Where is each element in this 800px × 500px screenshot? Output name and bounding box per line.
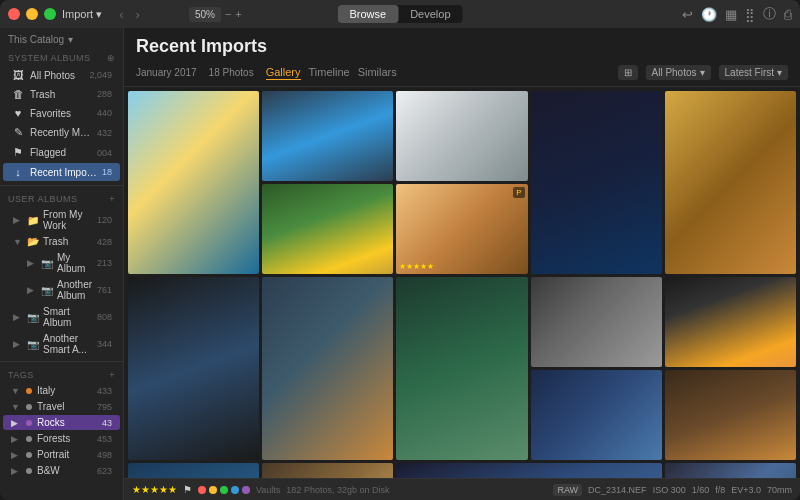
trash-icon: 🗑 — [11, 88, 25, 100]
photo-cell-4[interactable] — [531, 91, 662, 274]
sidebar-item-another-smart[interactable]: ▶ 📷 Another Smart A... 344 — [3, 331, 120, 357]
sidebar-item-trash[interactable]: 🗑 Trash 288 — [3, 85, 120, 103]
label-blue[interactable] — [231, 486, 239, 494]
sidebar-item-all-photos[interactable]: 🖼 All Photos 2,049 — [3, 66, 120, 84]
recent-imports-count: 18 — [102, 167, 112, 177]
my-album-icon: 📷 — [41, 258, 53, 269]
photo-cell-1[interactable] — [128, 91, 259, 274]
titlebar: Import ▾ ‹ › 50% − + Browse Develop ↩ 🕐 … — [0, 0, 800, 28]
view-mode-switcher: Browse Develop — [337, 5, 462, 23]
columns-icon[interactable]: ⣿ — [745, 7, 755, 22]
file-name: DC_2314.NEF — [588, 485, 647, 495]
header-controls: ⊞ All Photos ▾ Latest First ▾ — [618, 65, 789, 80]
photo-cell-11[interactable] — [531, 277, 662, 367]
photo-cell-14[interactable] — [128, 463, 259, 478]
sidebar-tag-bw[interactable]: ▶ B&W 623 — [3, 463, 120, 478]
my-album-count: 213 — [97, 258, 112, 268]
traffic-lights — [8, 8, 56, 20]
sidebar-tag-forests[interactable]: ▶ Forests 453 — [3, 431, 120, 446]
sidebar-item-my-album[interactable]: ▶ 📷 My Album 213 — [3, 250, 120, 276]
sidebar-tag-rocks[interactable]: ▶ Rocks 43 — [3, 415, 120, 430]
smart-album-count: 808 — [97, 312, 112, 322]
import-button[interactable]: Import ▾ — [62, 8, 102, 21]
meta-date: January 2017 — [136, 67, 197, 78]
sidebar-tag-italy[interactable]: ▼ Italy 433 — [3, 383, 120, 398]
photo-cell-7[interactable]: ★★★★★ P — [396, 184, 527, 274]
sidebar-item-from-my-work[interactable]: ▶ 📁 From My Work 120 — [3, 207, 120, 233]
color-labels — [198, 486, 250, 494]
sidebar-tag-portrait[interactable]: ▶ Portrait 498 — [3, 447, 120, 462]
all-photos-icon: 🖼 — [11, 69, 25, 81]
forward-button[interactable]: › — [133, 7, 143, 22]
sidebar-item-flagged[interactable]: ⚑ Flagged 004 — [3, 143, 120, 162]
forests-tag-dot — [26, 436, 32, 442]
catalog-selector[interactable]: This Catalog ▾ — [0, 28, 123, 49]
label-red[interactable] — [198, 486, 206, 494]
portrait-tag-label: Portrait — [37, 449, 92, 460]
favorites-icon: ♥ — [11, 107, 25, 119]
italy-tag-label: Italy — [37, 385, 92, 396]
tab-develop[interactable]: Develop — [398, 5, 462, 23]
rocks-tag-count: 43 — [102, 418, 112, 428]
back-button[interactable]: ‹ — [116, 7, 126, 22]
my-album-arrow: ▶ — [27, 258, 37, 268]
photo-cell-12[interactable] — [665, 277, 796, 367]
add-album-icon[interactable]: ⊕ — [107, 53, 116, 63]
forests-tag-count: 453 — [97, 434, 112, 444]
another-smart-label: Another Smart A... — [43, 333, 93, 355]
flag-icon[interactable]: ⚑ — [183, 484, 192, 495]
shutter-speed: 1/60 — [692, 485, 710, 495]
photo-cell-15[interactable] — [262, 463, 393, 478]
label-yellow[interactable] — [209, 486, 217, 494]
sidebar-tag-travel[interactable]: ▼ Travel 795 — [3, 399, 120, 414]
add-user-album-icon[interactable]: + — [109, 194, 115, 204]
photo-cell-9[interactable] — [262, 277, 393, 460]
zoom-plus-button[interactable]: + — [235, 8, 241, 20]
tab-timeline[interactable]: Timeline — [309, 66, 350, 80]
close-button[interactable] — [8, 8, 20, 20]
tab-gallery[interactable]: Gallery — [266, 66, 301, 80]
photo-cell-5[interactable] — [665, 91, 796, 274]
sidebar-item-recent-imports[interactable]: ↓ Recent Imports 18 — [3, 163, 120, 181]
tab-similars[interactable]: Similars — [358, 66, 397, 80]
italy-tag-dot — [26, 388, 32, 394]
filter-all-photos-label: All Photos — [652, 67, 697, 78]
bw-tag-count: 623 — [97, 466, 112, 476]
undo-icon[interactable]: ↩ — [682, 7, 693, 22]
rating-stars[interactable]: ★★★★★ — [132, 484, 177, 495]
photo-cell-18[interactable] — [665, 370, 796, 460]
content-area: Recent Imports January 2017 18 Photos Ga… — [124, 28, 800, 500]
photo-cell-16[interactable] — [396, 463, 661, 478]
sidebar-item-recently-modified[interactable]: ✎ Recently Modified 432 — [3, 123, 120, 142]
label-purple[interactable] — [242, 486, 250, 494]
tab-browse[interactable]: Browse — [337, 5, 398, 23]
photo-cell-17[interactable] — [665, 463, 796, 478]
photo-cell-10[interactable] — [396, 277, 527, 460]
share-icon[interactable]: ⎙ — [784, 7, 792, 22]
maximize-button[interactable] — [44, 8, 56, 20]
smart-album-icon: 📷 — [27, 312, 39, 323]
sidebar-item-favorites[interactable]: ♥ Favorites 440 — [3, 104, 120, 122]
browse-develop-tabs: Browse Develop — [337, 5, 462, 23]
photo-cell-2[interactable] — [262, 91, 393, 181]
smart-album-arrow: ▶ — [13, 312, 23, 322]
photo-cell-6[interactable] — [262, 184, 393, 274]
info-icon[interactable]: ⓘ — [763, 5, 776, 23]
photo-cell-8[interactable] — [128, 277, 259, 460]
grid-view-icon[interactable]: ▦ — [725, 7, 737, 22]
photo-cell-3[interactable] — [396, 91, 527, 181]
photo-grid: ★★★★★ P — [124, 87, 800, 478]
sort-button[interactable]: Latest First ▾ — [719, 65, 788, 80]
another-smart-count: 344 — [97, 339, 112, 349]
zoom-minus-button[interactable]: − — [225, 8, 231, 20]
sidebar-item-smart-album[interactable]: ▶ 📷 Smart Album 808 — [3, 304, 120, 330]
filter-all-photos-button[interactable]: All Photos ▾ — [646, 65, 711, 80]
label-green[interactable] — [220, 486, 228, 494]
tags-header: Tags + — [0, 366, 123, 382]
photo-cell-13[interactable] — [531, 370, 662, 460]
sidebar-item-trash-folder[interactable]: ▼ 📂 Trash 428 — [3, 234, 120, 249]
minimize-button[interactable] — [26, 8, 38, 20]
sidebar-item-another-album[interactable]: ▶ 📷 Another Album 761 — [3, 277, 120, 303]
grid-size-button[interactable]: ⊞ — [618, 65, 638, 80]
add-tag-icon[interactable]: + — [109, 370, 115, 380]
